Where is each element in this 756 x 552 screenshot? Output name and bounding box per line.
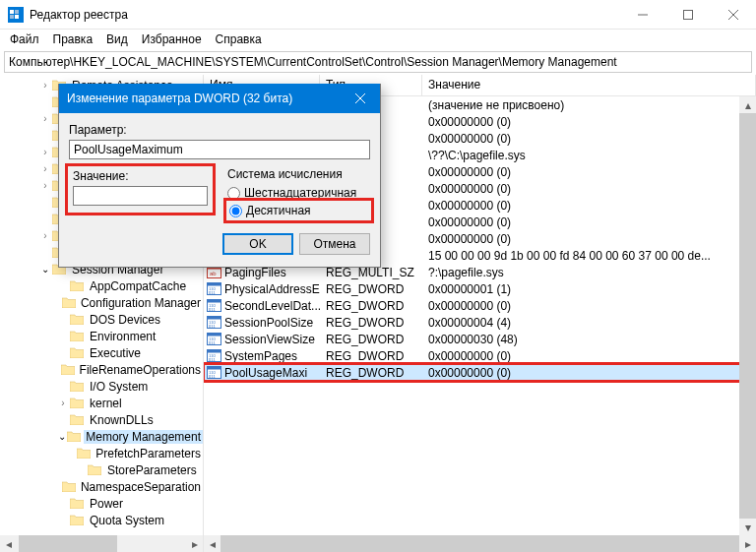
dialog-titlebar[interactable]: Изменение параметра DWORD (32 бита): [59, 84, 380, 113]
tree-item[interactable]: KnownDLLs: [0, 411, 203, 428]
folder-icon: [69, 314, 85, 326]
tree-item[interactable]: Power: [0, 495, 203, 512]
value-data: ?:\pagefile.sys: [422, 266, 756, 279]
tree-item[interactable]: I/O System: [0, 378, 203, 395]
column-value[interactable]: Значение: [422, 75, 756, 95]
value-type: REG_DWORD: [320, 316, 422, 330]
radio-dec[interactable]: [229, 205, 242, 217]
value-name: SecondLevelDat...: [224, 299, 320, 313]
chevron-right-icon[interactable]: ›: [39, 163, 51, 174]
menu-file[interactable]: Файл: [4, 31, 45, 48]
value-data: 0x00000000 (0): [422, 349, 756, 363]
address-bar[interactable]: Компьютер\HKEY_LOCAL_MACHINE\SYSTEM\Curr…: [4, 51, 752, 73]
tree-item[interactable]: NamespaceSeparation: [0, 478, 203, 495]
radio-dec-row[interactable]: Десятичная: [227, 202, 370, 219]
tree-item-label: Quota System: [88, 514, 166, 527]
menu-view[interactable]: Вид: [100, 31, 134, 48]
svg-text:011: 011: [209, 374, 216, 379]
binary-value-icon: 110011: [206, 315, 221, 331]
folder-icon: [87, 464, 102, 476]
svg-text:011: 011: [209, 324, 216, 329]
tree-horizontal-scrollbar[interactable]: ◂▸: [0, 535, 203, 552]
value-data: 0x00000004 (4): [422, 316, 756, 330]
chevron-down-icon[interactable]: ⌄: [57, 431, 67, 442]
registry-value-row[interactable]: 110011SessionPoolSizeREG_DWORD0x00000004…: [204, 314, 756, 331]
tree-item-label: DOS Devices: [88, 313, 162, 327]
cancel-button[interactable]: Отмена: [299, 233, 370, 255]
list-horizontal-scrollbar[interactable]: ◂▸: [204, 535, 756, 552]
chevron-right-icon[interactable]: ›: [39, 147, 51, 157]
chevron-right-icon[interactable]: ›: [39, 80, 51, 91]
tree-item[interactable]: AppCompatCache: [0, 277, 203, 294]
list-vertical-scrollbar[interactable]: ▴▾: [739, 96, 756, 535]
ok-button[interactable]: OK: [222, 233, 293, 255]
registry-value-row[interactable]: 110011PoolUsageMaxiREG_DWORD0x00000000 (…: [204, 364, 756, 381]
value-type: REG_DWORD: [320, 349, 422, 363]
param-input[interactable]: [69, 140, 370, 159]
svg-text:011: 011: [209, 340, 216, 345]
svg-text:ab: ab: [210, 271, 217, 276]
value-data: 0x00000000 (0): [422, 115, 756, 129]
value-input[interactable]: [73, 186, 208, 206]
minimize-button[interactable]: [620, 0, 665, 30]
tree-item-label: Power: [88, 497, 125, 511]
value-data: (значение не присвоено): [422, 98, 756, 112]
close-button[interactable]: [711, 0, 756, 30]
folder-icon: [69, 398, 85, 409]
dword-edit-dialog: Изменение параметра DWORD (32 бита) Пара…: [58, 84, 381, 268]
chevron-right-icon[interactable]: ›: [57, 398, 69, 408]
tree-item[interactable]: ›kernel: [0, 395, 203, 411]
registry-value-row[interactable]: 110011PhysicalAddressE...REG_DWORD0x0000…: [204, 280, 756, 297]
tree-item[interactable]: StoreParameters: [0, 461, 203, 478]
tree-item[interactable]: FileRenameOperations: [0, 361, 203, 378]
app-icon: [8, 7, 24, 23]
maximize-button[interactable]: [665, 0, 711, 30]
tree-item[interactable]: Executive: [0, 344, 203, 361]
registry-value-row[interactable]: 110011SecondLevelDat...REG_DWORD0x000000…: [204, 297, 756, 314]
value-name: PhysicalAddressE...: [224, 282, 320, 296]
value-data: 0x00000000 (0): [422, 165, 756, 179]
value-data: 0x00000000 (0): [422, 232, 756, 246]
value-name: SessionPoolSize: [224, 316, 313, 330]
tree-item[interactable]: PrefetchParameters: [0, 445, 203, 461]
chevron-right-icon[interactable]: ›: [39, 230, 51, 241]
tree-item[interactable]: Quota System: [0, 512, 203, 528]
svg-rect-5: [684, 10, 693, 19]
tree-item-label: Memory Management: [84, 430, 203, 444]
folder-icon: [77, 448, 91, 460]
value-name: PoolUsageMaxi: [224, 366, 307, 380]
value-data: 0x00000000 (0): [422, 199, 756, 213]
tree-item-label: FileRenameOperations: [78, 363, 203, 377]
menu-favorites[interactable]: Избранное: [136, 31, 208, 48]
binary-value-icon: 110011: [206, 298, 221, 314]
radio-hex[interactable]: [227, 187, 240, 200]
tree-item[interactable]: ⌄Memory Management: [0, 428, 203, 445]
svg-text:011: 011: [209, 307, 216, 312]
menu-edit[interactable]: Правка: [47, 31, 99, 48]
chevron-right-icon[interactable]: ›: [39, 180, 51, 191]
radio-dec-label: Десятичная: [246, 204, 311, 217]
chevron-right-icon[interactable]: ›: [39, 113, 51, 124]
registry-value-row[interactable]: 110011SessionViewSizeREG_DWORD0x00000030…: [204, 331, 756, 347]
tree-item-label: AppCompatCache: [88, 279, 188, 293]
svg-rect-1: [15, 10, 19, 14]
menu-help[interactable]: Справка: [210, 31, 268, 48]
value-name: SystemPages: [224, 349, 297, 363]
value-type: REG_DWORD: [320, 299, 422, 313]
registry-value-row[interactable]: 110011SystemPagesREG_DWORD0x00000000 (0): [204, 347, 756, 364]
radio-hex-row[interactable]: Шестнадцатеричная: [227, 184, 370, 202]
svg-rect-3: [15, 15, 19, 19]
value-data: 0x00000000 (0): [422, 366, 756, 380]
tree-item[interactable]: DOS Devices: [0, 311, 203, 328]
folder-icon: [69, 414, 85, 426]
folder-icon: [69, 347, 85, 359]
tree-item-label: I/O System: [88, 380, 150, 394]
svg-rect-2: [10, 15, 14, 19]
dialog-close-button[interactable]: [341, 84, 380, 113]
value-type: REG_DWORD: [320, 282, 422, 296]
tree-item[interactable]: Configuration Manager: [0, 294, 203, 311]
chevron-down-icon[interactable]: ⌄: [39, 264, 51, 275]
tree-item[interactable]: Environment: [0, 328, 203, 344]
value-data: 15 00 00 00 9d 1b 00 00 fd 84 00 00 60 3…: [422, 249, 756, 263]
value-data: 0x00000000 (0): [422, 182, 756, 196]
